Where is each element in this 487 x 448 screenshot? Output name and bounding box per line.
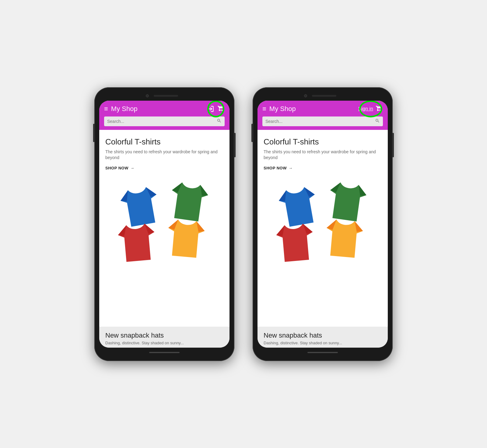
phone-2-content: Colorful T-shirts The shirts you need to… (258, 130, 388, 348)
phone-1-header: ≡ My Shop (99, 101, 229, 130)
phone-2-hero-title: Colorful T-shirts (264, 137, 382, 147)
phone-2-speaker (312, 95, 336, 97)
phone-1-hero-subtitle: The shirts you need to refresh your ward… (105, 149, 223, 161)
phone-1-bottom: New snapback hats Dashing, distinctive. … (99, 327, 229, 348)
phone-2-bottom: New snapback hats Dashing, distinctive. … (258, 327, 388, 348)
phone-1-top-bar (99, 92, 229, 99)
phone-2-shop-now[interactable]: SHOP NOW → (264, 166, 382, 170)
phone-2-title-bar: ≡ My Shop Sign in (262, 104, 383, 113)
phone-2-search-icon[interactable] (375, 118, 380, 124)
phone-1-tshirt-image (105, 175, 223, 266)
phone-2-signin-text[interactable]: Sign in (358, 106, 373, 112)
phone-2-bottom-bar (258, 349, 388, 356)
phone-1-hero: Colorful T-shirts The shirts you need to… (99, 130, 229, 327)
phone-2: ≡ My Shop Sign in (253, 87, 393, 361)
phone-2-menu-icon[interactable]: ≡ (262, 106, 266, 112)
phone-2-app-title: My Shop (269, 105, 355, 113)
phone-2-section-title: New snapback hats (264, 332, 382, 339)
phone-2-cart-icon[interactable] (376, 104, 383, 113)
phone-2-hero: Colorful T-shirts The shirts you need to… (258, 130, 388, 327)
phone-1-camera (146, 94, 149, 97)
phone-1-search-icon[interactable] (217, 118, 222, 124)
phone-2-tshirt-image (264, 175, 382, 266)
phone-1-speaker (154, 95, 178, 97)
phone-1-section-subtitle: Dashing, distinctive. Stay shaded on sun… (105, 341, 223, 345)
phone-1-cart-icon[interactable] (217, 104, 225, 113)
phone-1-header-actions (207, 104, 225, 113)
phone-2-camera (304, 94, 307, 97)
main-content: ≡ My Shop (94, 87, 393, 361)
phone-1-menu-icon[interactable]: ≡ (104, 106, 108, 112)
phone-1-signin-icon[interactable] (207, 105, 215, 113)
phone-1-bottom-bar (99, 349, 229, 356)
phone-1-title-bar: ≡ My Shop (104, 104, 225, 113)
phone-2-header: ≡ My Shop Sign in (258, 101, 388, 130)
phone-2-home-bar[interactable] (307, 352, 338, 353)
phone-1-home-bar[interactable] (149, 352, 180, 353)
phone-1-screen: ≡ My Shop (99, 101, 229, 348)
phone-1-section-title: New snapback hats (105, 332, 223, 339)
phone-2-hero-subtitle: The shirts you need to refresh your ward… (264, 149, 382, 161)
phone-1: ≡ My Shop (94, 87, 234, 361)
phone-2-screen: ≡ My Shop Sign in (258, 101, 388, 348)
phone-1-app-title: My Shop (111, 105, 204, 113)
phone-1-search-input[interactable] (107, 119, 214, 124)
phone-1-hero-title: Colorful T-shirts (105, 137, 223, 147)
phone-2-section-subtitle: Dashing, distinctive. Stay shaded on sun… (264, 341, 382, 345)
phone-1-search-bar[interactable] (104, 116, 225, 126)
phone-1-shop-now[interactable]: SHOP NOW → (105, 166, 223, 170)
phone-2-search-bar[interactable] (262, 116, 383, 126)
phone-1-content: Colorful T-shirts The shirts you need to… (99, 130, 229, 348)
phone-2-search-input[interactable] (265, 119, 373, 124)
phone-2-top-bar (258, 92, 388, 99)
phone-2-header-actions: Sign in (358, 104, 383, 113)
